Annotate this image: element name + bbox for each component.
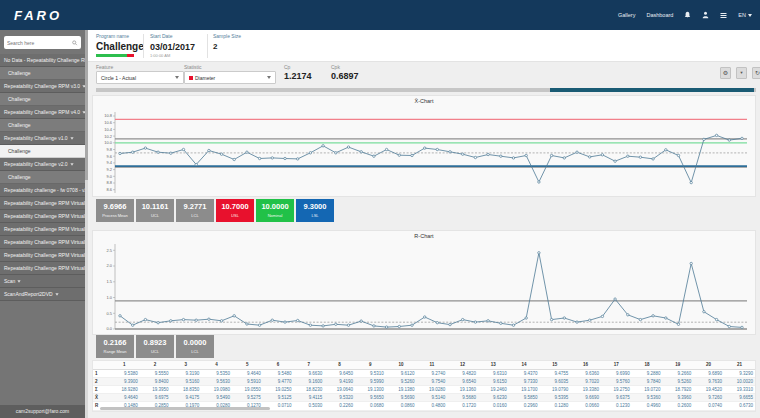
svg-text:9.8: 9.8 [106, 147, 112, 152]
xbar-chart-svg: 8.68.89.09.29.49.69.810.010.210.410.610.… [93, 96, 755, 196]
cpk-value: 0.6897 [331, 71, 359, 81]
table-cell: 9.6150 [478, 377, 509, 385]
table-horizontal-scrollbar[interactable] [100, 407, 270, 410]
table-column-header: 3 [171, 361, 202, 369]
table-column-header: 1 [109, 361, 140, 369]
table-column-header: 11 [417, 361, 448, 369]
sidebar-item[interactable]: Repeatability Challenge RPM v3.0 [0, 80, 85, 93]
chevron-down-icon [175, 76, 179, 79]
svg-text:10.4: 10.4 [104, 127, 113, 132]
table-cell: 19.1360 [447, 385, 478, 393]
table-cell: 0.0860 [386, 402, 417, 410]
statistic-select[interactable]: Diameter [184, 71, 276, 84]
start-time-value: 1:00:00 AM [150, 53, 195, 58]
sidebar-item[interactable]: Repeatability challenge - fw 0708 - v2 [0, 184, 85, 197]
table-row-label: 1 [93, 369, 109, 377]
sample-size-label: Sample Size [213, 33, 241, 39]
svg-text:9.6: 9.6 [106, 154, 112, 159]
data-table: 12345678910111213141516171819202119.5380… [93, 361, 755, 411]
sidebar-item[interactable]: No Data - Repeatability Challenge RPM [0, 54, 85, 67]
table-cell: 9.5380 [109, 369, 140, 377]
sidebar-item[interactable]: Repeatability Challenge RPM VirtualDevi.… [0, 236, 85, 249]
sidebar-item[interactable]: Repeatability Challenge v1.0 [0, 132, 85, 145]
table-column-header: 4 [201, 361, 232, 369]
table-cell: 0.0660 [570, 402, 601, 410]
table-cell: 9.5395 [540, 394, 571, 402]
language-selector[interactable]: EN [738, 12, 752, 18]
sidebar-item[interactable]: Repeatability Challenge RPM VirtualDevi.… [0, 262, 85, 275]
table-cell: 9.6630 [294, 369, 325, 377]
feature-select-value: Circle 1 - Actual [101, 75, 136, 81]
table-cell: 9.5850 [509, 394, 540, 402]
refresh-button[interactable]: ↻ [752, 67, 760, 79]
table-column-header: 10 [386, 361, 417, 369]
sidebar-item[interactable]: Scan [0, 275, 85, 288]
nav-dashboard[interactable]: Dashboard [646, 12, 673, 18]
range-stats-badges: 0.2166Range Mean0.8923UCL0.0000LCL [96, 335, 214, 358]
search-input[interactable] [7, 40, 72, 46]
table-cell: 9.6975 [140, 394, 171, 402]
table-cell: 9.5350 [201, 369, 232, 377]
statistic-marker-icon [189, 76, 193, 80]
program-name-value: Challenge [96, 41, 144, 52]
table-row: 19.53809.55509.31909.53509.46409.54809.6… [93, 369, 755, 377]
table-cell: 9.5160 [171, 377, 202, 385]
table-cell: 0.2260 [324, 402, 355, 410]
user-icon[interactable] [702, 11, 709, 19]
table-cell: 0.0160 [478, 402, 509, 410]
table-cell: 19.0980 [201, 385, 232, 393]
table-corner-cell [93, 361, 109, 369]
chevron-down-icon [70, 137, 73, 139]
table-cell: 19.3310 [724, 385, 755, 393]
settings-button[interactable]: ⚙ [720, 67, 731, 79]
table-header-row: 123456789101112131415161718192021 [93, 361, 755, 369]
table-cell: 9.5360 [632, 394, 663, 402]
sidebar-item[interactable]: Repeatability Challenge RPM VirtualDevi.… [0, 223, 85, 236]
sidebar-item[interactable]: ScanAndReport2DVD [0, 288, 85, 301]
table-cell: 19.3380 [570, 385, 601, 393]
xbar-chart-panel: X̄-Chart 8.68.89.09.29.49.69.810.010.210… [92, 95, 756, 197]
table-cell: 9.6120 [386, 369, 417, 377]
sidebar-footer-email: cam2support@faro.com [0, 405, 85, 418]
r-chart-svg: 0.00.51.01.52.02.5 [93, 231, 755, 334]
svg-text:10.0: 10.0 [104, 140, 113, 145]
table-cell: 9.4820 [447, 369, 478, 377]
menu-list-icon[interactable] [720, 12, 727, 19]
table-cell: 19.2460 [478, 385, 509, 393]
table-cell: 0.1280 [540, 402, 571, 410]
table-cell: 9.6890 [693, 369, 724, 377]
table-cell: 9.5630 [201, 377, 232, 385]
table-cell: 9.5260 [663, 377, 694, 385]
table-column-header: 17 [601, 361, 632, 369]
table-cell: 9.7260 [693, 394, 724, 402]
table-cell: 0.1230 [601, 402, 632, 410]
table-row-label: 2 [93, 377, 109, 385]
table-column-header: 14 [509, 361, 540, 369]
sidebar-item[interactable]: Challenge [0, 67, 85, 80]
sidebar-item[interactable]: Repeatability Challenge RPM v4.0 [0, 106, 85, 119]
nav-gallery[interactable]: Gallery [618, 12, 635, 18]
sidebar-item[interactable]: Challenge [0, 145, 85, 158]
subgroup-table-wrap: 12345678910111213141516171819202119.5380… [92, 360, 756, 412]
scrollbar-thumb[interactable] [550, 88, 754, 92]
feature-select[interactable]: Circle 1 - Actual [96, 71, 184, 84]
charts-horizontal-scrollbar[interactable] [96, 88, 756, 92]
table-column-header: 6 [263, 361, 294, 369]
sidebar-item[interactable]: Repeatability Challenge RPM VirtualDevi.… [0, 210, 85, 223]
sidebar-item[interactable]: Challenge [0, 119, 85, 132]
sidebar-item[interactable]: Repeatability Challenge RPM VirtualDevi.… [0, 197, 85, 210]
filter-button[interactable]: ▼ [736, 67, 747, 79]
table-cell: 9.5125 [263, 394, 294, 402]
cp-value: 1.2174 [284, 71, 312, 81]
stat-badge-lsl: 9.3000LSL [296, 199, 334, 222]
bell-icon[interactable] [684, 11, 691, 19]
sidebar-item[interactable]: Challenge [0, 93, 85, 106]
sidebar-item[interactable]: Repeatability Challenge v2.0 [0, 158, 85, 171]
sidebar-item[interactable]: Challenge [0, 171, 85, 184]
table-cell: 9.4175 [171, 394, 202, 402]
sidebar-item[interactable]: Repeatability Challenge RPM VirtualDevi.… [0, 249, 85, 262]
table-column-header: 7 [294, 361, 325, 369]
table-cell: 10.0020 [724, 377, 755, 385]
table-cell: 9.6690 [570, 394, 601, 402]
table-cell: 9.5480 [263, 369, 294, 377]
